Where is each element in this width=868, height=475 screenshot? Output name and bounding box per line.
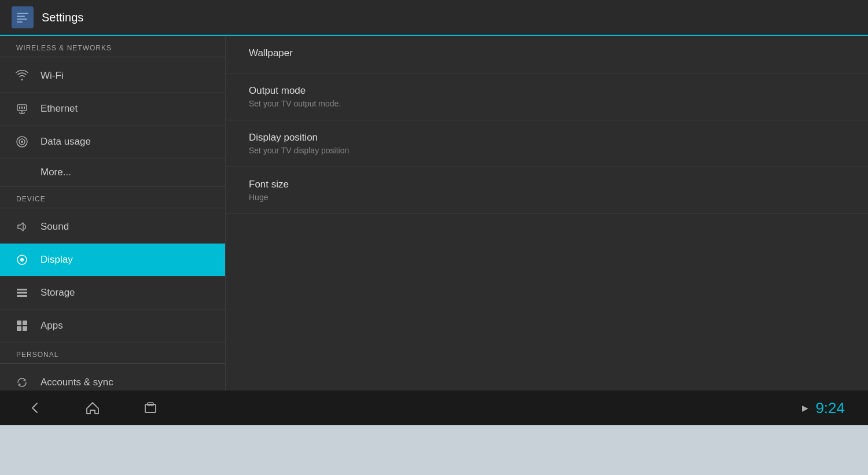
apps-label: Apps: [41, 320, 63, 332]
svg-rect-6: [21, 106, 23, 109]
ethernet-icon: [14, 101, 30, 117]
recents-button[interactable]: [139, 396, 162, 419]
more-label: More...: [41, 167, 71, 178]
content-panel: Wallpaper Output mode Set your TV output…: [226, 36, 868, 391]
accounts-sync-icon: [14, 374, 30, 391]
status-bar: ▶ 9:24: [802, 399, 845, 417]
display-position-title: Display position: [249, 132, 845, 143]
bottom-area: [0, 425, 868, 475]
back-button[interactable]: [23, 396, 46, 419]
ethernet-label: Ethernet: [41, 103, 78, 115]
font-size-title: Font size: [249, 179, 845, 190]
svg-marker-15: [18, 223, 23, 231]
sidebar-item-display[interactable]: Display: [0, 244, 225, 277]
sound-icon: [14, 219, 30, 235]
storage-icon: [14, 285, 30, 301]
section-header-wireless: WIRELESS & NETWORKS: [0, 36, 225, 57]
clock: 9:24: [815, 399, 845, 417]
sidebar-item-data-usage[interactable]: Data usage: [0, 126, 225, 159]
accounts-sync-label: Accounts & sync: [41, 377, 113, 388]
svg-rect-18: [17, 289, 27, 290]
font-size-subtitle: Huge: [249, 193, 845, 202]
svg-point-17: [20, 258, 24, 262]
app-title: Settings: [42, 11, 83, 24]
app-icon: [12, 6, 34, 28]
sidebar-item-sound[interactable]: Sound: [0, 211, 225, 244]
divider-wireless: [0, 57, 225, 57]
content-item-wallpaper[interactable]: Wallpaper: [226, 36, 868, 73]
data-usage-icon: [14, 134, 30, 150]
output-mode-title: Output mode: [249, 85, 845, 97]
svg-marker-31: [87, 403, 98, 414]
sidebar-item-apps[interactable]: Apps: [0, 310, 225, 343]
svg-rect-2: [17, 19, 27, 20]
title-bar: Settings: [0, 0, 868, 36]
divider-device: [0, 208, 225, 208]
main-container: WIRELESS & NETWORKS Wi-Fi: [0, 36, 868, 391]
svg-rect-3: [17, 21, 23, 23]
svg-rect-19: [17, 292, 27, 294]
svg-rect-0: [17, 13, 28, 14]
content-item-display-position[interactable]: Display position Set your TV display pos…: [226, 120, 868, 167]
svg-rect-21: [17, 321, 21, 325]
svg-rect-1: [17, 16, 25, 17]
wifi-label: Wi-Fi: [41, 70, 64, 82]
nav-bar: ▶ 9:24: [0, 391, 868, 425]
play-icon: ▶: [802, 403, 808, 413]
wifi-icon: [14, 68, 30, 84]
display-icon: [14, 252, 30, 268]
content-item-output-mode[interactable]: Output mode Set your TV output mode.: [226, 73, 868, 120]
wallpaper-title: Wallpaper: [249, 47, 845, 59]
data-usage-label: Data usage: [41, 136, 91, 148]
content-item-font-size[interactable]: Font size Huge: [226, 167, 868, 214]
divider-personal: [0, 363, 225, 364]
section-header-personal: PERSONAL: [0, 343, 225, 363]
sidebar-item-ethernet[interactable]: Ethernet: [0, 93, 225, 126]
sidebar-item-more[interactable]: More...: [0, 159, 225, 187]
section-header-device: DEVICE: [0, 187, 225, 208]
sound-label: Sound: [41, 221, 69, 233]
output-mode-subtitle: Set your TV output mode.: [249, 99, 845, 108]
svg-rect-7: [24, 106, 25, 109]
sidebar-item-wifi[interactable]: Wi-Fi: [0, 60, 225, 93]
sidebar-item-storage[interactable]: Storage: [0, 277, 225, 310]
svg-rect-24: [23, 326, 27, 331]
display-label: Display: [41, 254, 73, 266]
svg-rect-23: [17, 326, 21, 331]
display-position-subtitle: Set your TV display position: [249, 146, 845, 155]
home-button[interactable]: [81, 396, 104, 419]
svg-point-14: [21, 141, 23, 143]
svg-rect-20: [17, 295, 27, 297]
nav-buttons: [23, 396, 162, 419]
sidebar-item-accounts-sync[interactable]: Accounts & sync: [0, 366, 225, 391]
svg-rect-22: [23, 321, 27, 325]
sidebar: WIRELESS & NETWORKS Wi-Fi: [0, 36, 226, 391]
svg-rect-5: [19, 106, 20, 109]
storage-label: Storage: [41, 287, 75, 299]
apps-icon: [14, 318, 30, 334]
